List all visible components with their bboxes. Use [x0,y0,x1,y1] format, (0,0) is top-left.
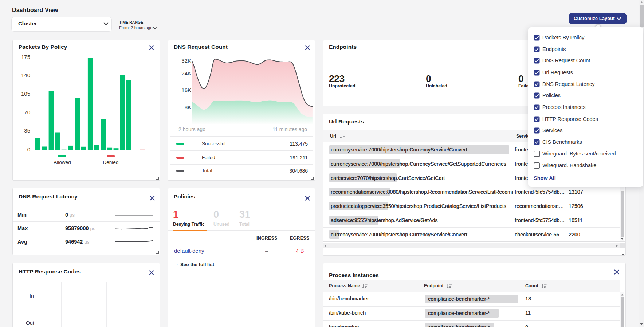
svg-text:70: 70 [24,109,30,115]
svg-text:Allowed: Allowed [54,159,71,165]
svg-text:24K: 24K [181,70,191,76]
svg-text:16K: 16K [181,87,191,93]
svg-text:105: 105 [21,91,30,97]
svg-text:8K: 8K [185,104,191,110]
svg-text:32K: 32K [181,58,191,64]
svg-text:140: 140 [21,72,30,78]
svg-text:2 hours ago: 2 hours ago [178,126,205,132]
svg-text:11 minutes ago: 11 minutes ago [272,126,307,132]
svg-text:35: 35 [24,127,30,134]
svg-text:Denied: Denied [103,159,119,165]
svg-text:175: 175 [21,54,30,60]
svg-text:0: 0 [27,146,30,153]
